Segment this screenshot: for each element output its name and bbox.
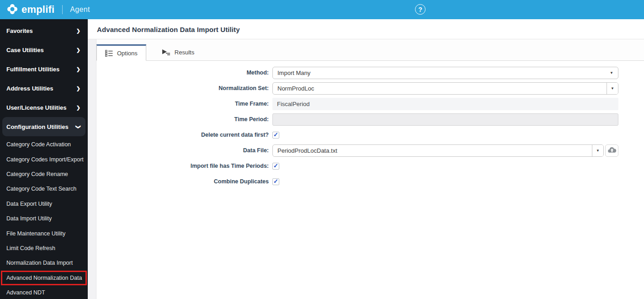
sidebar-item-configuration-utilities[interactable]: Configuration Utilities ❯ (2, 117, 85, 136)
data-file-input[interactable]: PeriodProdLocData.txt (273, 145, 592, 156)
sidebar-item-favorites[interactable]: Favorites ❯ (0, 21, 88, 40)
sidebar-section-label: Configuration Utilities (6, 123, 69, 130)
sidebar-item-label: Data Export Utility (6, 201, 52, 207)
delete-current-data-checkbox[interactable]: ✓ (272, 132, 279, 139)
normalization-set-combobox: NormProdLoc ▼ (272, 82, 618, 95)
form-row-data-file: Data File: PeriodProdLocData.txt ▼ (96, 144, 644, 157)
chevron-right-icon: ❯ (76, 47, 80, 53)
sidebar-item-label: Category Code Rename (6, 171, 68, 177)
form-row-time-frame: Time Frame: FiscalPeriod (96, 98, 644, 110)
sidebar-item-label: Data Import Utility (6, 215, 52, 222)
caret-down-icon: ▼ (611, 86, 614, 91)
sidebar-item-label: Advanced Normalization Data (6, 275, 82, 281)
time-period-field (272, 113, 618, 126)
sidebar-item-label: Limit Code Refresh (6, 245, 55, 251)
tab-options[interactable]: Options (96, 44, 146, 61)
form-row-import-file-time-periods: Import file has Time Periods: ✓ (96, 160, 644, 172)
brand-name: emplifi (21, 4, 54, 16)
chevron-right-icon: ❯ (76, 105, 80, 111)
chevron-right-icon: ❯ (76, 85, 80, 91)
normalization-set-input[interactable]: NormProdLoc (273, 83, 607, 94)
sidebar-item-advanced-normalization-data-import[interactable]: Advanced Normalization Data (1, 271, 87, 285)
sidebar-section-label: Fulfillment Utilities (6, 66, 59, 73)
field-label: Combine Duplicates (96, 176, 272, 188)
form-row-combine-duplicates: Combine Duplicates ✓ (96, 176, 644, 188)
data-file-combobox: PeriodProdLocData.txt ▼ (272, 144, 604, 157)
form-row-normalization-set: Normalization Set: NormProdLoc ▼ (96, 82, 644, 95)
title-bar: Advanced Normalization Data Import Utili… (88, 19, 644, 39)
sidebar-item-limit-code-refresh[interactable]: Limit Code Refresh (0, 241, 88, 256)
time-frame-field: FiscalPeriod (272, 98, 618, 110)
field-label: Method: (96, 67, 272, 79)
top-bar: emplifi Agent ? (0, 0, 644, 19)
field-label: Delete current data first? (96, 129, 272, 141)
sidebar-item-label: Category Code Text Search (6, 186, 76, 192)
sidebar-item-data-export-utility[interactable]: Data Export Utility (0, 197, 88, 211)
content-area: Advanced Normalization Data Import Utili… (88, 19, 644, 299)
caret-down-icon: ▼ (610, 71, 613, 75)
sidebar-item-user-license-utilities[interactable]: User/License Utilities ❯ (0, 98, 88, 117)
field-label: Import file has Time Periods: (96, 160, 272, 172)
method-value: Import Many (277, 69, 610, 76)
method-select[interactable]: Import Many ▼ (272, 67, 618, 79)
page-title: Advanced Normalization Data Import Utili… (97, 26, 644, 33)
check-icon: ✓ (273, 163, 278, 169)
sidebar-subnav: Category Code Activation Category Codes … (0, 137, 88, 299)
field-label: Normalization Set: (96, 82, 272, 95)
sidebar-section-label: User/License Utilities (6, 104, 67, 111)
sidebar-item-label: File Maintenance Utility (6, 230, 65, 237)
sidebar-section-label: Favorites (6, 27, 33, 34)
combine-duplicates-checkbox[interactable]: ✓ (272, 178, 279, 185)
check-icon: ✓ (273, 132, 278, 138)
tab-label: Results (175, 49, 194, 56)
sidebar-item-category-codes-import-export[interactable]: Category Codes Import/Export (0, 152, 88, 166)
field-label: Time Frame: (96, 98, 272, 110)
upload-file-button[interactable] (605, 144, 618, 157)
import-file-time-periods-checkbox[interactable]: ✓ (272, 163, 279, 170)
tab-strip: Options Results (96, 39, 644, 61)
sidebar-item-file-maintenance-utility[interactable]: File Maintenance Utility (0, 226, 88, 240)
chevron-right-icon: ❯ (76, 28, 80, 34)
chevron-right-icon: ❯ (76, 66, 80, 72)
sidebar-item-advanced-ndt[interactable]: Advanced NDT (0, 285, 88, 299)
check-icon: ✓ (273, 178, 278, 184)
sidebar-item-data-import-utility[interactable]: Data Import Utility (0, 211, 88, 226)
sidebar-item-normalization-data-import[interactable]: Normalization Data Import (0, 256, 88, 270)
sidebar-item-label: Category Codes Import/Export (6, 156, 84, 163)
cloud-upload-icon (607, 147, 617, 155)
sidebar: Favorites ❯ Case Utilities ❯ Fulfillment… (0, 19, 88, 299)
normalization-set-dropdown-button[interactable]: ▼ (607, 83, 618, 94)
help-icon[interactable]: ? (415, 4, 426, 15)
form-row-method: Method: Import Many ▼ (96, 67, 644, 79)
sidebar-section-label: Address Utilities (6, 85, 53, 92)
field-label: Time Period: (96, 113, 272, 126)
tab-label: Options (117, 50, 138, 57)
brand: emplifi Agent (6, 3, 90, 16)
sidebar-item-category-code-rename[interactable]: Category Code Rename (0, 167, 88, 182)
brand-divider (62, 5, 63, 14)
field-label: Data File: (96, 144, 272, 157)
options-list-icon (105, 50, 113, 57)
sidebar-item-label: Advanced NDT (6, 289, 45, 296)
results-run-icon (162, 49, 170, 55)
emplifi-logo-icon (6, 3, 18, 16)
sidebar-item-address-utilities[interactable]: Address Utilities ❯ (0, 79, 88, 98)
options-form: Method: Import Many ▼ Normalization Set: (96, 61, 644, 299)
sidebar-item-label: Category Code Activation (6, 141, 71, 148)
sidebar-item-fulfillment-utilities[interactable]: Fulfillment Utilities ❯ (0, 59, 88, 79)
sidebar-gutter (88, 39, 96, 299)
data-file-dropdown-button[interactable]: ▼ (592, 145, 603, 156)
form-row-delete-current-data: Delete current data first? ✓ (96, 129, 644, 141)
chevron-down-icon: ❯ (75, 124, 81, 128)
caret-down-icon: ▼ (596, 149, 600, 153)
tab-results[interactable]: Results (154, 44, 202, 60)
sidebar-item-case-utilities[interactable]: Case Utilities ❯ (0, 40, 88, 59)
help-glyph: ? (418, 6, 422, 13)
form-row-time-period: Time Period: (96, 113, 644, 126)
sidebar-section-label: Case Utilities (6, 47, 44, 53)
sidebar-item-category-code-activation[interactable]: Category Code Activation (0, 137, 88, 152)
brand-product: Agent (70, 5, 90, 14)
sidebar-item-label: Normalization Data Import (6, 260, 73, 266)
sidebar-item-category-code-text-search[interactable]: Category Code Text Search (0, 182, 88, 196)
